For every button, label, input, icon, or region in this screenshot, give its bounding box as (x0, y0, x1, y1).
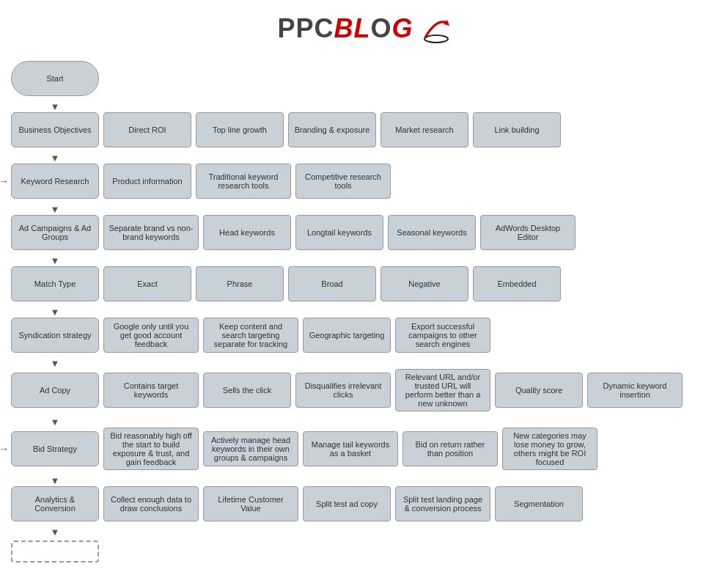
sub-box-syndication-1: Keep content and search targeting separa… (203, 318, 298, 353)
diagram: Start▼Business ObjectivesDirect ROITop l… (7, 61, 721, 563)
row-business: Business ObjectivesDirect ROITop line gr… (11, 112, 717, 147)
main-box-adcampaigns: Ad Campaigns & Ad Groups (11, 215, 99, 250)
sub-box-business-2: Branding & exposure (288, 112, 376, 147)
dashed-arrow-row: ▼ (11, 526, 717, 538)
main-box-analytics: Analytics & Conversion (11, 486, 99, 521)
arrow-row-keyword: ▼ (11, 152, 717, 164)
row-adcopy: Ad CopyContains target keywordsSells the… (11, 369, 717, 411)
main-box-syndication: Syndication strategy (11, 318, 99, 353)
main-label-start: Start (46, 74, 63, 83)
down-arrow-analytics: ▼ (11, 475, 99, 486)
page: PPCBLOG Start▼Business ObjectivesDirect … (0, 0, 728, 570)
sub-box-business-3: Market research (380, 112, 468, 147)
main-label-business: Business Objectives (18, 125, 91, 134)
down-arrow-keyword: ▼ (11, 153, 99, 164)
main-box-matchtype: Match Type (11, 266, 99, 301)
left-arrow-keyword: → (0, 175, 9, 187)
sub-boxes-adcopy: Contains target keywordsSells the clickD… (99, 369, 717, 411)
sub-box-syndication-3: Export successful campaigns to other sea… (395, 318, 490, 353)
sub-box-bidstrategy-0: Bid reasonably high off the start to bui… (103, 428, 199, 470)
sub-box-matchtype-4: Embedded (473, 266, 561, 301)
sub-boxes-matchtype: ExactPhraseBroadNegativeEmbedded (99, 266, 717, 301)
row-bidstrategy: →Bid StrategyBid reasonably high off the… (11, 428, 717, 470)
main-label-adcampaigns: Ad Campaigns & Ad Groups (16, 224, 94, 241)
sub-box-matchtype-0: Exact (103, 266, 191, 301)
dashed-down-arrow: ▼ (11, 527, 99, 538)
main-box-start: Start (11, 61, 99, 96)
sub-boxes-keyword: Product informationTraditional keyword r… (99, 164, 717, 199)
sub-box-keyword-0: Product information (103, 164, 191, 199)
logo-ppc: PPC (277, 13, 334, 43)
sub-box-analytics-3: Split test landing page & conversion pro… (395, 486, 490, 521)
sub-boxes-adcampaigns: Separate brand vs non-brand keywordsHead… (99, 215, 717, 250)
sub-box-keyword-2: Competitive research tools (295, 164, 391, 199)
sub-box-matchtype-2: Broad (288, 266, 376, 301)
dashed-box (11, 541, 99, 563)
sub-box-syndication-0: Google only until you get good account f… (103, 318, 199, 353)
sub-box-adcopy-1: Sells the click (203, 373, 291, 408)
sub-box-adcopy-2: Disqualifies irrelevant clicks (295, 373, 391, 408)
sub-box-adcampaigns-2: Longtail keywords (295, 215, 383, 250)
sub-boxes-analytics: Collect enough data to draw conclusionsL… (99, 486, 717, 521)
logo-arrow-icon (422, 17, 451, 43)
arrow-row-bidstrategy: ▼ (11, 416, 717, 428)
row-start: Start (11, 61, 717, 96)
sub-box-adcampaigns-0: Separate brand vs non-brand keywords (103, 215, 199, 250)
arrow-row-adcopy: ▼ (11, 357, 717, 369)
sub-box-adcopy-4: Quality score (495, 373, 583, 408)
main-label-analytics: Analytics & Conversion (16, 495, 94, 513)
down-arrow-matchtype: ▼ (11, 255, 99, 266)
sub-box-analytics-0: Collect enough data to draw conclusions (103, 486, 199, 521)
main-box-keyword: →Keyword Research (11, 164, 99, 199)
row-syndication: Syndication strategyGoogle only until yo… (11, 318, 717, 353)
sub-boxes-business: Direct ROITop line growthBranding & expo… (99, 112, 717, 147)
sub-box-analytics-4: Segmentation (495, 486, 583, 521)
sub-box-analytics-2: Split test ad copy (303, 486, 391, 521)
main-label-bidstrategy: Bid Strategy (33, 444, 77, 453)
down-arrow-syndication: ▼ (11, 307, 99, 318)
sub-box-matchtype-3: Negative (380, 266, 468, 301)
left-arrow-bidstrategy: → (0, 443, 9, 455)
arrow-row-analytics: ▼ (11, 475, 717, 486)
arrow-row-syndication: ▼ (11, 306, 717, 318)
main-label-keyword: Keyword Research (21, 177, 89, 186)
row-keyword: →Keyword ResearchProduct informationTrad… (11, 164, 717, 199)
sub-box-bidstrategy-2: Manage tail keywords as a basket (303, 431, 398, 466)
sub-box-business-4: Link building (473, 112, 561, 147)
sub-box-bidstrategy-3: Bid on return rather than position (402, 431, 498, 466)
main-label-syndication: Syndication strategy (18, 331, 91, 340)
svg-point-1 (424, 35, 448, 43)
sub-box-bidstrategy-4: New categories may lose money to grow, o… (502, 428, 598, 470)
sub-box-adcopy-3: Relevant URL and/or trusted URL will per… (395, 369, 490, 411)
down-arrow-business: ▼ (11, 101, 99, 112)
main-label-matchtype: Match Type (34, 279, 76, 288)
down-arrow-adcopy: ▼ (11, 358, 99, 369)
main-box-bidstrategy: →Bid Strategy (11, 431, 99, 466)
sub-box-adcampaigns-3: Seasonal keywords (388, 215, 476, 250)
header: PPCBLOG (7, 7, 721, 50)
sub-boxes-syndication: Google only until you get good account f… (99, 318, 717, 353)
down-arrow-adcampaigns: ▼ (11, 204, 99, 215)
sub-box-analytics-1: Lifetime Customer Value (203, 486, 298, 521)
row-analytics: Analytics & ConversionCollect enough dat… (11, 486, 717, 521)
down-arrow-bidstrategy: ▼ (11, 417, 99, 428)
main-box-business: Business Objectives (11, 112, 99, 147)
arrow-row-matchtype: ▼ (11, 254, 717, 266)
sub-box-syndication-2: Geographic targeting (303, 318, 391, 353)
sub-boxes-bidstrategy: Bid reasonably high off the start to bui… (99, 428, 717, 470)
row-adcampaigns: Ad Campaigns & Ad GroupsSeparate brand v… (11, 215, 717, 250)
logo-blog: BLOG (334, 13, 413, 43)
sub-box-matchtype-1: Phrase (196, 266, 284, 301)
main-box-adcopy: Ad Copy (11, 373, 99, 408)
sub-box-adcopy-0: Contains target keywords (103, 373, 199, 408)
main-label-adcopy: Ad Copy (40, 386, 70, 395)
sub-box-bidstrategy-1: Actively manage head keywords in their o… (203, 431, 298, 466)
sub-box-adcampaigns-4: AdWords Desktop Editor (480, 215, 576, 250)
logo: PPCBLOG (277, 13, 450, 43)
sub-box-business-1: Top line growth (196, 112, 284, 147)
sub-box-keyword-1: Traditional keyword research tools (196, 164, 291, 199)
arrow-row-adcampaigns: ▼ (11, 203, 717, 215)
row-matchtype: Match TypeExactPhraseBroadNegativeEmbedd… (11, 266, 717, 301)
arrow-row-business: ▼ (11, 100, 717, 112)
sub-box-business-0: Direct ROI (103, 112, 191, 147)
